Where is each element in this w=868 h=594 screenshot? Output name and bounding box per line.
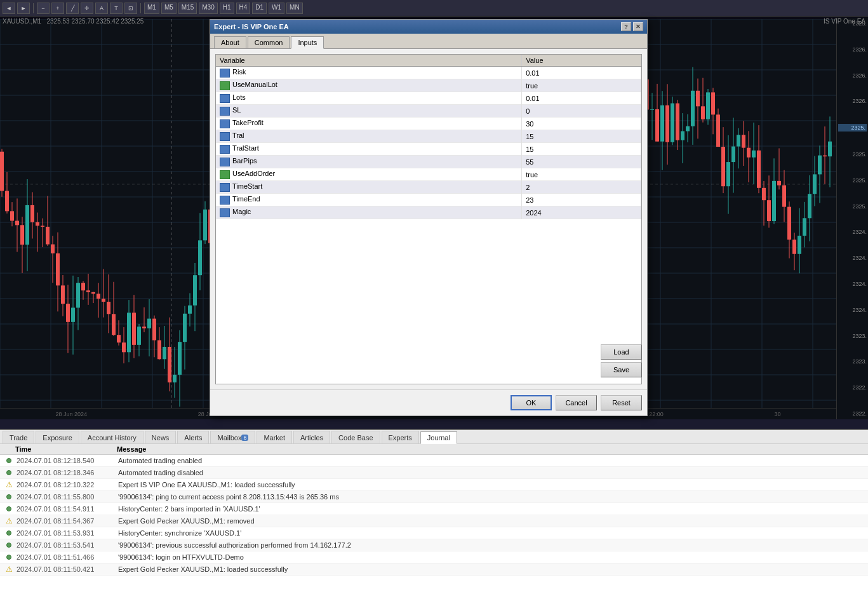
param-variable-cell: UseAddOrder	[216, 168, 522, 181]
save-button[interactable]: Save	[601, 362, 642, 377]
params-table: Variable Value Risk0.01UseManualLottrueL…	[216, 55, 641, 219]
param-name: TakeProfit	[232, 119, 264, 126]
param-variable-cell: UseManualLot	[216, 79, 522, 92]
tab-about[interactable]: About	[214, 36, 246, 48]
table-row: Lots0.01	[216, 92, 641, 105]
param-variable-cell: TralStart	[216, 143, 522, 156]
param-value-cell: 2024	[522, 206, 641, 219]
expert-dialog: Expert - IS VIP One EA ? ✕ About Common …	[210, 19, 648, 416]
load-save-area: Load Save	[601, 344, 642, 377]
param-value-cell: 15	[522, 130, 641, 143]
param-icon	[220, 183, 230, 192]
param-name: TralStart	[232, 144, 259, 152]
modal-footer: OK Cancel Reset	[210, 389, 647, 415]
param-variable-cell: TimeEnd	[216, 194, 522, 206]
param-variable-cell: Tral	[216, 130, 522, 143]
param-name: UseManualLot	[232, 81, 277, 88]
params-table-container[interactable]: Variable Value Risk0.01UseManualLottrueL…	[215, 54, 642, 384]
param-icon	[220, 208, 230, 217]
param-value-cell: 2	[522, 181, 641, 194]
param-icon	[220, 170, 230, 179]
cancel-button[interactable]: Cancel	[556, 395, 597, 410]
param-name: BarPips	[232, 157, 257, 165]
param-icon	[220, 119, 230, 128]
param-value-cell: true	[522, 79, 641, 92]
param-name: Lots	[232, 93, 246, 101]
param-variable-cell: SL	[216, 105, 522, 118]
param-variable-cell: Risk	[216, 67, 522, 79]
param-icon	[220, 94, 230, 103]
table-row: Tral15	[216, 130, 641, 143]
param-icon	[220, 107, 230, 116]
table-row: SL0	[216, 105, 641, 118]
param-value-cell: 15	[522, 143, 641, 156]
param-icon	[220, 132, 230, 141]
col-variable-header: Variable	[216, 55, 522, 67]
table-row: TimeStart2	[216, 181, 641, 194]
load-button[interactable]: Load	[601, 344, 642, 360]
modal-titlebar: Expert - IS VIP One EA ? ✕	[210, 20, 647, 34]
param-value-cell: 0	[522, 105, 641, 118]
tab-common[interactable]: Common	[248, 36, 290, 48]
table-row: BarPips55	[216, 156, 641, 168]
param-variable-cell: TimeStart	[216, 181, 522, 194]
param-name: Magic	[232, 208, 251, 215]
param-variable-cell: Lots	[216, 92, 522, 105]
modal-tabs: About Common Inputs	[210, 34, 647, 49]
table-row: UseManualLottrue	[216, 79, 641, 92]
param-icon	[220, 81, 230, 90]
ok-button[interactable]: OK	[511, 395, 552, 410]
param-value-cell: true	[522, 168, 641, 181]
close-button[interactable]: ✕	[633, 22, 643, 31]
param-name: TimeEnd	[232, 195, 260, 203]
param-name: UseAddOrder	[232, 170, 275, 177]
param-value-cell: 0.01	[522, 67, 641, 79]
reset-button[interactable]: Reset	[601, 395, 642, 410]
param-value-cell: 30	[522, 118, 641, 130]
titlebar-buttons: ? ✕	[621, 22, 643, 31]
param-variable-cell: Magic	[216, 206, 522, 219]
param-value-cell: 0.01	[522, 92, 641, 105]
modal-overlay: Expert - IS VIP One EA ? ✕ About Common …	[0, 0, 868, 594]
param-name: Tral	[232, 132, 244, 139]
table-row: TralStart15	[216, 143, 641, 156]
param-name: TimeStart	[232, 182, 262, 190]
table-row: Magic2024	[216, 206, 641, 219]
param-icon	[220, 158, 230, 166]
param-name: SL	[232, 106, 241, 114]
param-icon	[220, 196, 230, 205]
param-value-cell: 55	[522, 156, 641, 168]
param-name: Risk	[232, 68, 246, 76]
param-icon	[220, 69, 230, 78]
table-row: Risk0.01	[216, 67, 641, 79]
modal-title: Expert - IS VIP One EA	[214, 23, 621, 30]
tab-inputs[interactable]: Inputs	[291, 36, 324, 49]
table-row: TakeProfit30	[216, 118, 641, 130]
help-button[interactable]: ?	[621, 22, 631, 31]
param-variable-cell: TakeProfit	[216, 118, 522, 130]
modal-body: Variable Value Risk0.01UseManualLottrueL…	[210, 49, 647, 389]
param-value-cell: 23	[522, 194, 641, 206]
col-value-header: Value	[522, 55, 641, 67]
table-row: TimeEnd23	[216, 194, 641, 206]
table-row: UseAddOrdertrue	[216, 168, 641, 181]
param-icon	[220, 145, 230, 154]
param-variable-cell: BarPips	[216, 156, 522, 168]
